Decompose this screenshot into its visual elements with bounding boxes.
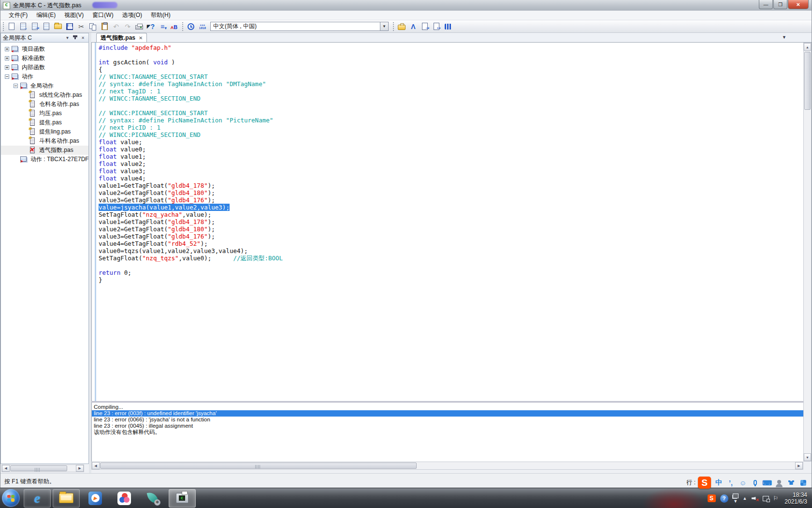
code-line-7[interactable]: // next TagID : 1 — [99, 88, 803, 95]
tree-item-5[interactable]: ✱s线性化动作.pas — [1, 90, 88, 100]
tree-item-6[interactable]: ✱仓料名动作.pas — [1, 100, 88, 109]
taskbar-item-wincc[interactable] — [140, 489, 167, 508]
dropdown-icon[interactable]: ▼ — [64, 34, 71, 41]
tree-item-10[interactable]: ✱斗料名动作.pas — [1, 136, 88, 146]
collapse-icon[interactable] — [14, 84, 18, 88]
close-icon[interactable]: ✕ — [79, 34, 87, 41]
menu-item-0[interactable]: 文件(F) — [4, 10, 32, 20]
new-action-icon[interactable]: → — [18, 21, 29, 31]
tree-item-4[interactable]: ➤全局动作 — [1, 81, 88, 90]
compile-icon[interactable]: ≡▾ — [157, 21, 168, 31]
undo-icon[interactable]: ↶ — [111, 21, 121, 31]
scrollbar-thumb[interactable] — [100, 463, 417, 469]
code-line-2[interactable] — [99, 51, 803, 59]
code-line-15[interactable]: float value0; — [99, 146, 803, 153]
tree-item-8[interactable]: ✱提焦.pas — [1, 118, 88, 127]
code-line-23[interactable]: value=jsyacha(value1,value2,value3); — [99, 204, 803, 211]
measure-icon[interactable]: Λ — [408, 21, 419, 31]
code-line-30[interactable]: SetTagFloat("nzq_tqzs",value0); //返回类型:B… — [99, 254, 803, 262]
code-line-12[interactable]: // next PicID : 1 — [99, 124, 803, 131]
save-icon[interactable] — [64, 21, 75, 31]
tree-item-7[interactable]: ✱均压.pas — [1, 109, 88, 118]
scrollbar-thumb[interactable] — [10, 465, 67, 471]
code-line-29[interactable]: value0=tqzs(value1,value2,value3,value4)… — [99, 247, 803, 254]
open-icon[interactable] — [53, 21, 63, 31]
help-tray-icon[interactable]: ? — [720, 494, 728, 503]
ime-chinese-icon[interactable]: 中 — [714, 478, 723, 487]
editor-horizontal-scrollbar[interactable]: ◀ ▶ — [91, 462, 803, 470]
scroll-down-icon[interactable]: ▼ — [804, 453, 811, 461]
print-icon[interactable] — [134, 21, 145, 31]
window-popup-icon[interactable]: ▼ — [733, 493, 739, 504]
import-action-icon[interactable]: ⇥ — [420, 21, 430, 31]
code-line-28[interactable]: value4=GetTagFloat("rdb4_52"); — [99, 240, 803, 247]
ime-grid-icon[interactable] — [799, 478, 808, 487]
code-line-32[interactable]: return 0; — [99, 269, 803, 276]
restore-button[interactable]: ❐ — [773, 0, 787, 9]
sogou-tray-icon[interactable]: S — [708, 494, 716, 502]
code-line-5[interactable]: // WINCC:TAGNAME_SECTION_START — [99, 73, 803, 80]
action-sheet-icon[interactable] — [41, 21, 52, 31]
scroll-up-icon[interactable]: ▲ — [804, 43, 811, 51]
cut-icon[interactable]: ✂ — [76, 21, 87, 31]
context-help-icon[interactable]: ◤? — [145, 21, 156, 31]
sogou-logo-icon[interactable]: S — [698, 477, 711, 489]
collapse-icon[interactable] — [5, 75, 9, 79]
taskbar-item-ie[interactable]: e — [24, 489, 51, 508]
action-center-flag-icon[interactable]: ⚐ — [773, 495, 779, 502]
taskbar-item-media-player[interactable]: ▶ — [82, 489, 109, 508]
expand-icon[interactable] — [5, 65, 9, 70]
ime-punct-icon[interactable]: ’, — [726, 478, 735, 487]
tree-item-0[interactable]: ◂项目函数 — [1, 45, 88, 54]
code-line-33[interactable]: } — [99, 276, 803, 284]
chevron-up-icon[interactable]: ▲ — [743, 496, 747, 501]
language-select[interactable]: 中文(简体 , 中国)▼ — [210, 22, 389, 31]
paste-icon[interactable] — [99, 21, 110, 31]
output-line-1[interactable]: line 23 : error (003f) : undefined ident… — [92, 410, 803, 417]
ime-keyboard-icon[interactable]: ⌨ — [763, 478, 771, 487]
tree-item-12[interactable]: ➤动作 : TBCX1-27E7DF — [1, 155, 88, 164]
close-button[interactable]: ✕ — [788, 0, 809, 9]
menu-item-5[interactable]: 帮助(H) — [146, 10, 175, 20]
tree-horizontal-scrollbar[interactable]: ◀ ▶ — [1, 464, 84, 472]
taskbar-item-explorer[interactable] — [53, 489, 80, 508]
code-line-1[interactable]: #include "apdefap.h" — [99, 44, 803, 51]
output-line-2[interactable]: line 23 : error (0066) : 'jsyacha' is no… — [92, 417, 803, 423]
scrollbar-thumb[interactable] — [804, 52, 811, 110]
scroll-left-icon[interactable]: ◀ — [2, 465, 10, 472]
code-line-6[interactable]: // syntax: #define TagNameInAction "DMTa… — [99, 80, 803, 88]
editor-vertical-scrollbar[interactable]: ▲ ▼ — [803, 43, 812, 462]
tree-item-11[interactable]: ✕透气指数.pas — [1, 146, 88, 155]
output-line-4[interactable]: 该动作没有包含解释代码。 — [92, 429, 803, 435]
network-icon[interactable] — [763, 496, 769, 501]
start-button[interactable] — [2, 489, 20, 507]
redo-icon[interactable]: ↷ — [122, 21, 133, 31]
title-bar[interactable]: 全局脚本 C - 透气指数.pas —❐✕ — [0, 0, 812, 11]
scroll-left-icon[interactable]: ◀ — [92, 462, 100, 469]
tree-item-9[interactable]: ✱提焦ling.pas — [1, 127, 88, 136]
parameters-icon[interactable] — [443, 21, 453, 31]
ime-skin-icon[interactable] — [787, 478, 796, 487]
code-editor[interactable]: #include "apdefap.h" int gscAction( void… — [91, 43, 803, 401]
code-line-13[interactable]: // WINCC:PICNAME_SECTION_END — [99, 131, 803, 138]
tree-item-1[interactable]: ◂标准函数 — [1, 54, 88, 63]
export-action-icon[interactable]: ↦ — [431, 21, 442, 31]
new-icon[interactable] — [6, 21, 17, 31]
tab-list-dropdown-icon[interactable]: ▼ — [782, 35, 786, 40]
scroll-right-icon[interactable]: ▶ — [76, 465, 84, 472]
code-line-22[interactable]: value3=GetTagFloat("gldb4_176"); — [99, 196, 803, 204]
code-line-31[interactable] — [99, 262, 803, 269]
code-line-25[interactable]: value1=GetTagFloat("gldb4_178"); — [99, 218, 803, 225]
taskbar-item-global-script[interactable] — [169, 489, 196, 508]
code-line-27[interactable]: value3=GetTagFloat("gldb4_176"); — [99, 233, 803, 240]
code-line-26[interactable]: value2=GetTagFloat("gldb4_180"); — [99, 225, 803, 233]
chevron-down-icon[interactable]: ▼ — [380, 22, 389, 31]
code-line-3[interactable]: int gscAction( void ) — [99, 59, 803, 66]
tags-icon[interactable]: +++1010 — [197, 21, 208, 31]
tab-file[interactable]: 透气指数.pas ✕ — [96, 33, 147, 42]
open-action-icon[interactable]: ⇥ — [29, 21, 40, 31]
code-line-21[interactable]: value2=GetTagFloat("gldb4_180"); — [99, 189, 803, 196]
volume-muted-icon[interactable] — [752, 495, 758, 501]
expand-icon[interactable] — [5, 56, 9, 60]
code-line-24[interactable]: SetTagFloat("nzq_yacha",value); — [99, 211, 803, 218]
